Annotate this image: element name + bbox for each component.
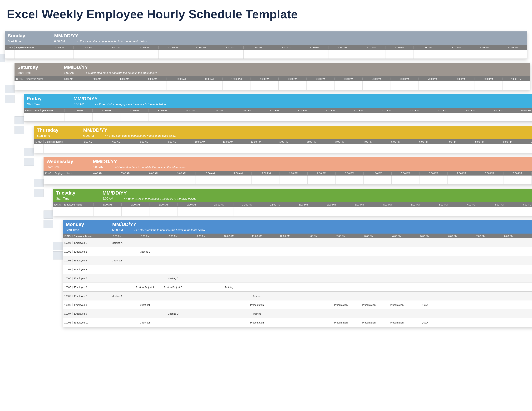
cell-hour[interactable]: Client call	[103, 259, 131, 262]
cell-id[interactable]: 10004	[63, 268, 73, 271]
cell-id[interactable]: 10001	[63, 242, 73, 244]
cell-hour[interactable]	[196, 176, 224, 184]
cell-employee[interactable]: Employee 9	[73, 312, 103, 315]
cell-hour[interactable]	[418, 81, 446, 90]
cell-hour[interactable]	[289, 207, 317, 216]
cell-hour[interactable]	[344, 113, 372, 121]
start-time-value[interactable]: 6:00 AM	[54, 40, 69, 43]
start-time-value[interactable]: 6:00 AM	[93, 166, 107, 169]
sheet-tab[interactable]	[15, 126, 24, 134]
cell-employee[interactable]: Employee 7	[73, 295, 103, 297]
cell-hour[interactable]	[456, 113, 484, 121]
sheet-tab[interactable]	[44, 220, 53, 228]
cell-hour[interactable]	[503, 81, 531, 90]
cell-hour[interactable]	[499, 50, 527, 58]
cell-hour[interactable]	[83, 81, 111, 90]
cell-hour[interactable]	[419, 176, 447, 184]
cell-hour[interactable]	[334, 81, 362, 90]
cell-hour[interactable]: Presentation	[243, 303, 271, 306]
cell-hour[interactable]: Presentation	[355, 321, 383, 324]
cell-hour[interactable]	[484, 113, 512, 121]
cell-hour[interactable]: Q & A	[411, 321, 439, 324]
cell-hour[interactable]	[385, 50, 414, 58]
cell-hour[interactable]	[326, 144, 354, 153]
cell-hour[interactable]	[130, 144, 158, 153]
cell-hour[interactable]	[93, 113, 121, 121]
cell-hour[interactable]	[401, 207, 429, 216]
cell-hour[interactable]	[159, 50, 187, 58]
cell-employee[interactable]: Employee 3	[73, 259, 103, 262]
cell-hour[interactable]	[279, 81, 307, 90]
cell-id[interactable]	[5, 50, 15, 58]
cell-employee[interactable]: Employee 2	[73, 250, 103, 253]
cell-hour[interactable]	[74, 144, 102, 153]
cell-hour[interactable]	[149, 113, 177, 121]
cell-hour[interactable]	[513, 207, 532, 216]
cell-hour[interactable]: Client call	[131, 321, 159, 324]
day-date[interactable]: MM/DD/YY	[74, 96, 98, 101]
cell-hour[interactable]	[475, 176, 504, 184]
cell-hour[interactable]	[438, 144, 466, 153]
cell-id[interactable]	[44, 176, 53, 184]
cell-hour[interactable]	[139, 81, 167, 90]
cell-hour[interactable]	[329, 50, 357, 58]
cell-hour[interactable]	[102, 50, 130, 58]
cell-hour[interactable]	[140, 176, 168, 184]
cell-hour[interactable]: Presentation	[243, 321, 271, 324]
cell-hour[interactable]	[300, 50, 329, 58]
cell-hour[interactable]	[362, 81, 391, 90]
cell-hour[interactable]	[466, 144, 494, 153]
cell-hour[interactable]	[410, 144, 438, 153]
sheet-tab[interactable]	[24, 158, 34, 166]
cell-employee[interactable]: Employee 10	[73, 321, 103, 324]
cell-hour[interactable]: Review Project B	[159, 286, 187, 289]
cell-hour[interactable]	[475, 81, 503, 90]
sheet-tab[interactable]	[44, 211, 53, 219]
cell-hour[interactable]	[195, 81, 223, 90]
cell-hour[interactable]	[494, 144, 522, 153]
cell-hour[interactable]	[223, 81, 251, 90]
cell-hour[interactable]	[167, 81, 195, 90]
cell-hour[interactable]	[442, 50, 470, 58]
cell-employee[interactable]	[53, 176, 84, 184]
cell-hour[interactable]	[187, 50, 215, 58]
cell-hour[interactable]	[242, 144, 270, 153]
cell-hour[interactable]: Presentation	[383, 303, 411, 306]
cell-hour[interactable]	[102, 144, 130, 153]
day-date[interactable]: MM/DD/YY	[93, 159, 117, 164]
cell-hour[interactable]	[244, 50, 272, 58]
cell-hour[interactable]	[233, 207, 261, 216]
cell-id[interactable]: 10002	[63, 250, 73, 253]
cell-hour[interactable]	[224, 176, 252, 184]
cell-hour[interactable]	[270, 144, 298, 153]
cell-hour[interactable]	[373, 207, 401, 216]
cell-hour[interactable]: Meeting C	[159, 277, 187, 280]
sheet-tab[interactable]	[53, 252, 63, 260]
cell-hour[interactable]	[74, 50, 102, 58]
cell-hour[interactable]	[272, 50, 300, 58]
cell-id[interactable]	[53, 207, 63, 216]
cell-hour[interactable]	[446, 81, 475, 90]
cell-hour[interactable]	[232, 113, 260, 121]
cell-hour[interactable]	[308, 176, 336, 184]
cell-hour[interactable]	[214, 144, 242, 153]
cell-hour[interactable]	[470, 50, 499, 58]
cell-hour[interactable]	[120, 113, 149, 121]
cell-hour[interactable]	[150, 207, 178, 216]
cell-hour[interactable]	[429, 207, 457, 216]
cell-hour[interactable]	[392, 176, 420, 184]
cell-id[interactable]: 10008	[63, 321, 73, 324]
cell-id[interactable]: 10007	[63, 312, 73, 315]
cell-employee[interactable]	[15, 50, 45, 58]
cell-hour[interactable]	[65, 113, 93, 121]
cell-hour[interactable]	[457, 207, 485, 216]
cell-id[interactable]	[15, 81, 24, 90]
cell-hour[interactable]	[215, 50, 244, 58]
cell-hour[interactable]	[261, 207, 289, 216]
cell-hour[interactable]	[357, 50, 385, 58]
cell-hour[interactable]: Presentation	[327, 303, 355, 306]
cell-hour[interactable]	[251, 81, 279, 90]
cell-hour[interactable]	[55, 81, 83, 90]
cell-id[interactable]	[34, 144, 44, 153]
sheet-tab[interactable]	[0, 54, 5, 62]
